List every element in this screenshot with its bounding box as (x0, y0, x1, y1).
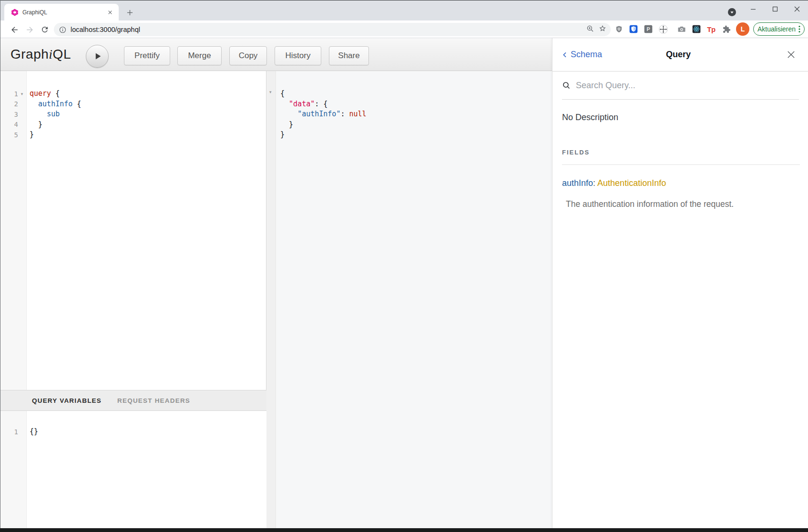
graphiql-app: GraphiQL Prettify Merge Copy History Sha… (0, 38, 808, 528)
new-tab-icon[interactable] (123, 6, 136, 19)
field-name-link[interactable]: authInfo (562, 178, 593, 188)
variables-editor-code[interactable]: {} (30, 427, 38, 437)
variables-editor-gutter[interactable]: 1 (0, 411, 27, 528)
query-editor-gutter[interactable]: 1▾2345 (0, 71, 27, 390)
graphql-favicon-icon (11, 9, 19, 16)
tab-search-icon[interactable] (728, 8, 736, 16)
query-editor-code[interactable]: query { authInfo { sub }} (30, 89, 266, 140)
share-button[interactable]: Share (329, 46, 369, 65)
doc-explorer-title: Query (666, 50, 691, 60)
info-icon[interactable] (59, 26, 67, 34)
update-browser-button[interactable]: Aktualisieren (753, 22, 805, 36)
play-icon (92, 51, 102, 61)
fields-divider (562, 164, 800, 165)
url-text[interactable]: localhost:3000/graphql (71, 26, 140, 33)
window-left-border (0, 0, 0, 528)
history-button[interactable]: History (275, 46, 321, 65)
minimize-icon[interactable] (742, 1, 764, 17)
extensions-puzzle-icon[interactable] (719, 23, 733, 35)
reload-icon[interactable] (39, 23, 51, 36)
copy-button[interactable]: Copy (229, 46, 267, 65)
browser-titlebar: GraphiQL (0, 0, 808, 20)
tab-query-variables[interactable]: QUERY VARIABLES (32, 397, 102, 404)
secondary-editor-tabs: QUERY VARIABLES REQUEST HEADERS (0, 390, 266, 411)
result-fold-arrow-icon[interactable]: ▾ (269, 90, 272, 94)
field-separator: : (593, 178, 597, 188)
camera-extension-icon[interactable] (675, 23, 688, 35)
doc-search-row (562, 72, 799, 100)
field-description: The authentication information of the re… (566, 199, 734, 209)
taskbar-edge (0, 528, 808, 532)
fields-section-header: FIELDS (562, 149, 590, 156)
doc-search-input[interactable] (576, 81, 767, 91)
zoom-in-icon[interactable] (586, 24, 594, 35)
move-extension-icon[interactable] (656, 23, 670, 35)
result-code[interactable]: { "data": { "authInfo": null }} (280, 89, 367, 140)
doc-back-link[interactable]: Schema (561, 50, 666, 60)
back-icon[interactable] (8, 23, 20, 36)
result-gutter (266, 71, 276, 528)
close-window-icon[interactable] (786, 1, 808, 17)
browser-tab[interactable]: GraphiQL (4, 4, 119, 20)
browser-menu-kebab-icon (798, 25, 800, 33)
react-devtools-extension-icon[interactable] (690, 23, 703, 35)
forward-icon[interactable] (23, 23, 36, 36)
search-icon (562, 81, 571, 90)
address-bar[interactable]: localhost:3000/graphql (54, 23, 611, 36)
ublock-extension-icon[interactable] (612, 23, 625, 35)
execute-query-button[interactable] (86, 45, 109, 68)
tab-close-icon[interactable] (106, 8, 114, 16)
query-editor[interactable]: 1▾2345 query { authInfo { sub }} (0, 71, 266, 390)
field-type-link[interactable]: AuthenticationInfo (597, 178, 666, 188)
type-description: No Description (562, 113, 618, 123)
graphiql-topbar: GraphiQL Prettify Merge Copy History Sha… (0, 38, 552, 71)
variables-editor[interactable]: 1 {} (0, 411, 266, 528)
result-pane[interactable]: ▾ { "data": { "authInfo": null }} (266, 71, 552, 528)
doc-explorer: Schema Query No Description FIELDS authI… (552, 38, 808, 528)
browser-navbar: localhost:3000/graphql P Tp (0, 20, 808, 38)
close-icon (787, 50, 796, 59)
doc-back-label: Schema (571, 50, 602, 60)
tab-request-headers[interactable]: REQUEST HEADERS (117, 397, 190, 404)
bookmark-star-icon[interactable] (598, 24, 607, 35)
graphiql-logo: GraphiQL (10, 47, 71, 62)
merge-button[interactable]: Merge (177, 46, 222, 65)
p-extension-icon[interactable]: P (642, 23, 655, 35)
bitwarden-extension-icon[interactable] (627, 23, 640, 35)
tab-title: GraphiQL (22, 9, 47, 16)
window-top-border (0, 0, 808, 0)
prettify-button[interactable]: Prettify (124, 46, 170, 65)
tp-extension-icon[interactable]: Tp (705, 23, 718, 35)
doc-close-button[interactable] (691, 50, 796, 59)
update-browser-label: Aktualisieren (757, 25, 796, 33)
maximize-icon[interactable] (764, 1, 786, 17)
field-row: authInfo: AuthenticationInfo (562, 178, 666, 188)
back-chevron-icon (561, 51, 569, 59)
doc-explorer-header: Schema Query (552, 38, 808, 72)
svg-text:P: P (646, 26, 650, 32)
profile-avatar[interactable]: L (736, 22, 749, 36)
query-pane: 1▾2345 query { authInfo { sub }} QUERY V… (0, 71, 266, 528)
